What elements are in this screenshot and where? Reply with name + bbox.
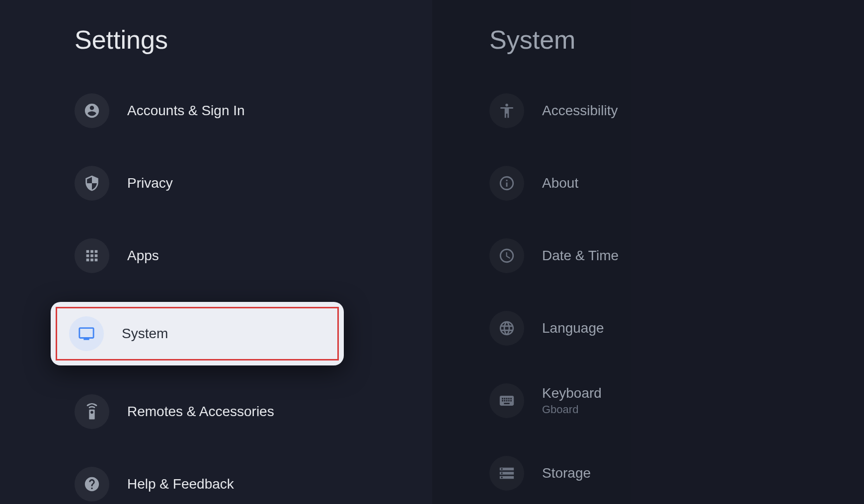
system-item-label: About — [542, 175, 578, 191]
settings-item-label: System — [122, 326, 168, 342]
system-panel: System Accessibility About Date & Time L… — [432, 0, 864, 504]
help-icon — [75, 467, 109, 502]
apps-icon — [75, 238, 109, 273]
settings-item-label: Remotes & Accessories — [127, 404, 274, 420]
system-item-label: Storage — [542, 465, 591, 481]
globe-icon — [489, 311, 524, 346]
system-item-language[interactable]: Language — [432, 302, 864, 355]
settings-title: Settings — [75, 25, 432, 55]
settings-item-remotes[interactable]: Remotes & Accessories — [75, 385, 432, 438]
account-icon — [75, 93, 109, 128]
remote-icon — [75, 394, 109, 429]
system-item-accessibility[interactable]: Accessibility — [432, 84, 864, 137]
settings-item-label: Help & Feedback — [127, 476, 234, 492]
system-item-label: Date & Time — [542, 248, 619, 264]
settings-item-label: Apps — [127, 248, 159, 264]
system-item-label: Keyboard — [542, 385, 602, 401]
system-item-keyboard[interactable]: Keyboard Gboard — [432, 374, 864, 427]
clock-icon — [489, 238, 524, 273]
system-item-storage[interactable]: Storage — [432, 447, 864, 500]
settings-item-apps[interactable]: Apps — [75, 229, 432, 282]
system-item-datetime[interactable]: Date & Time — [432, 229, 864, 282]
system-item-about[interactable]: About — [432, 157, 864, 210]
system-item-label: Accessibility — [542, 103, 618, 119]
settings-panel: Settings Accounts & Sign In Privacy Apps… — [0, 0, 432, 504]
settings-item-system-selected[interactable]: System — [51, 302, 344, 365]
system-title: System — [432, 25, 864, 55]
system-item-label: Language — [542, 320, 604, 336]
tv-icon — [69, 316, 104, 351]
accessibility-icon — [489, 93, 524, 128]
settings-item-privacy[interactable]: Privacy — [75, 157, 432, 210]
system-item-sublabel: Gboard — [542, 403, 602, 416]
settings-item-label: Accounts & Sign In — [127, 103, 245, 119]
shield-icon — [75, 166, 109, 201]
settings-item-label: Privacy — [127, 175, 173, 191]
keyboard-icon — [489, 383, 524, 418]
settings-item-accounts[interactable]: Accounts & Sign In — [75, 84, 432, 137]
info-icon — [489, 166, 524, 201]
storage-icon — [489, 456, 524, 491]
settings-item-help[interactable]: Help & Feedback — [75, 458, 432, 504]
